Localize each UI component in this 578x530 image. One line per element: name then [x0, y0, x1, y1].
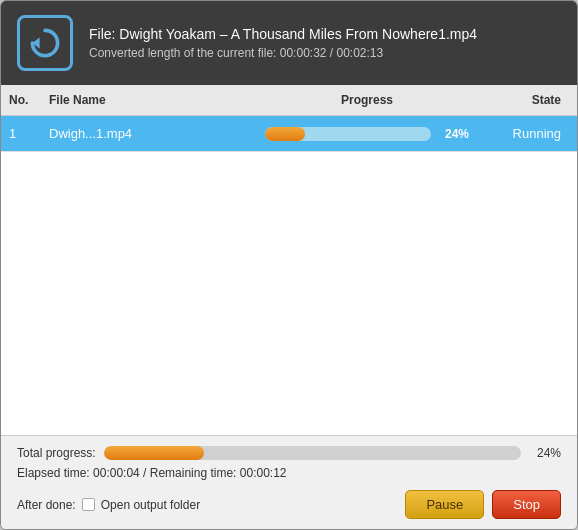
- cell-state: Running: [477, 122, 577, 145]
- main-window: File: Dwight Yoakam – A Thousand Miles F…: [0, 0, 578, 530]
- cell-no: 1: [1, 122, 41, 145]
- pause-button[interactable]: Pause: [405, 490, 484, 519]
- header-text-block: File: Dwight Yoakam – A Thousand Miles F…: [89, 26, 477, 60]
- file-title: File: Dwight Yoakam – A Thousand Miles F…: [89, 26, 477, 42]
- total-progress-track: [104, 446, 521, 460]
- refresh-svg: [27, 25, 63, 61]
- file-subtitle: Converted length of the current file: 00…: [89, 46, 477, 60]
- progress-track: [265, 127, 431, 141]
- col-header-progress: Progress: [257, 91, 477, 109]
- bottom-panel: Total progress: 24% Elapsed time: 00:00:…: [1, 435, 577, 529]
- table-header-row: No. File Name Progress State: [1, 85, 577, 116]
- open-output-checkbox[interactable]: [82, 498, 95, 511]
- file-table: No. File Name Progress State 1 Dwigh...1…: [1, 85, 577, 435]
- col-header-state: State: [477, 91, 577, 109]
- progress-fill: [265, 127, 305, 141]
- open-output-label: Open output folder: [101, 498, 200, 512]
- total-progress-label: Total progress:: [17, 446, 96, 460]
- after-done-row: After done: Open output folder Pause Sto…: [17, 490, 561, 519]
- elapsed-row: Elapsed time: 00:00:04 / Remaining time:…: [17, 466, 561, 480]
- table-row[interactable]: 1 Dwigh...1.mp4 24% Running: [1, 116, 577, 152]
- after-done-label: After done:: [17, 498, 76, 512]
- total-progress-pct: 24%: [529, 446, 561, 460]
- table-body: 1 Dwigh...1.mp4 24% Running: [1, 116, 577, 435]
- after-done-left: After done: Open output folder: [17, 498, 200, 512]
- col-header-filename: File Name: [41, 91, 257, 109]
- col-header-no: No.: [1, 91, 41, 109]
- header-bar: File: Dwight Yoakam – A Thousand Miles F…: [1, 1, 577, 85]
- cell-progress: 24%: [257, 123, 477, 145]
- stop-button[interactable]: Stop: [492, 490, 561, 519]
- conversion-icon: [17, 15, 73, 71]
- action-buttons: Pause Stop: [405, 490, 561, 519]
- total-progress-fill: [104, 446, 204, 460]
- progress-label: 24%: [439, 127, 469, 141]
- total-progress-row: Total progress: 24%: [17, 446, 561, 460]
- cell-filename: Dwigh...1.mp4: [41, 122, 257, 145]
